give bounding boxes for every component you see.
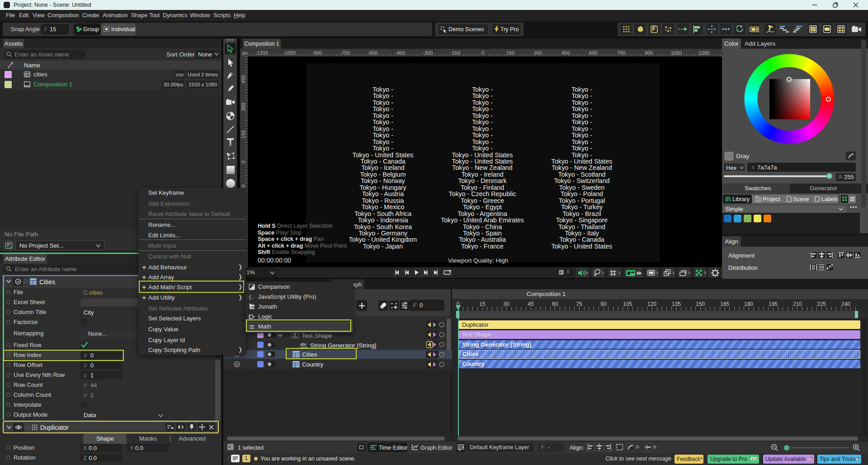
svg-text:JS: JS bbox=[250, 305, 255, 309]
svg-text:{..}: {..} bbox=[249, 295, 255, 300]
svg-text:abc: abc bbox=[300, 342, 307, 347]
